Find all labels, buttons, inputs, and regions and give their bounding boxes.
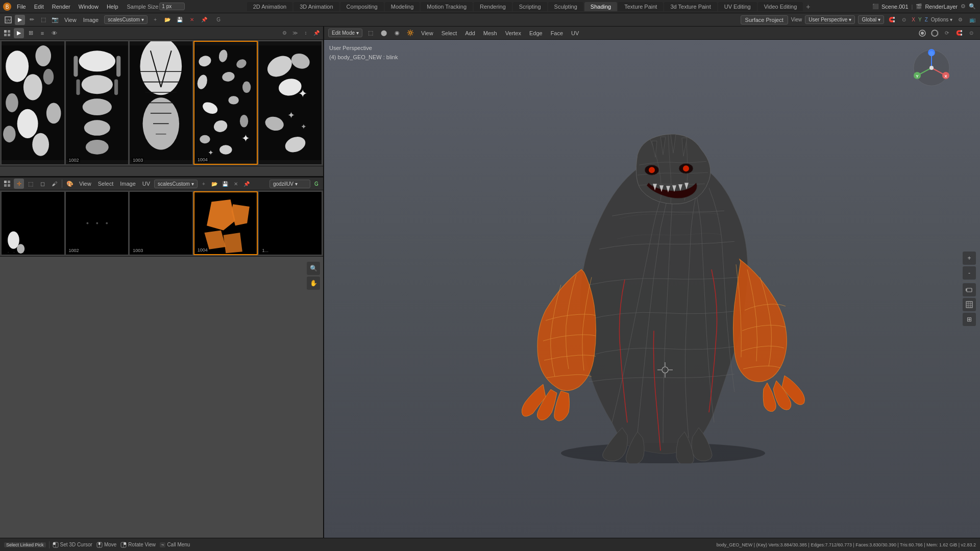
vp-select-menu[interactable]: Select	[439, 29, 460, 37]
vp-view-menu[interactable]: View	[419, 29, 436, 37]
uv-thumb-5[interactable]: ✦ ✦ ✦	[258, 41, 322, 165]
uv-select-icon[interactable]: ⬚	[38, 15, 48, 25]
uv-editor-icon[interactable]	[2, 179, 12, 189]
tab-modeling[interactable]: Modeling	[385, 2, 420, 11]
save-image-btn[interactable]: 💾	[175, 15, 184, 24]
tab-2d-animation[interactable]: 2D Animation	[247, 2, 292, 11]
menu-render[interactable]: Render	[48, 3, 74, 11]
box-select-tool[interactable]: ⬚	[26, 179, 36, 189]
wireframe-shading-btn[interactable]: ⬚	[365, 28, 376, 38]
tab-rendering[interactable]: Rendering	[474, 2, 512, 11]
lasso-tool[interactable]: ◻	[37, 179, 47, 189]
bottom-gamma-btn[interactable]: G	[312, 179, 321, 188]
vp-edge-menu[interactable]: Edge	[527, 29, 545, 37]
bottom-new-btn[interactable]: +	[199, 179, 208, 188]
orthographic-icon[interactable]	[963, 298, 976, 311]
uv-bottom-thumb-3[interactable]: 1003	[129, 191, 193, 255]
uv-thumb-3[interactable]: 1003	[129, 41, 193, 165]
bottom-close-btn[interactable]: ✕	[231, 179, 240, 188]
zoom-in-icon[interactable]: +	[963, 252, 976, 265]
tab-3d-texture-paint[interactable]: 3d Texture Paint	[664, 2, 717, 11]
uv-render-icon[interactable]: 📷	[50, 15, 60, 25]
y-axis-btn[interactable]: Y	[918, 17, 922, 22]
material-shading-btn[interactable]: ◉	[392, 28, 402, 38]
uv-thumb-1[interactable]	[1, 41, 65, 165]
viewport-proportional-icon[interactable]: ⊙	[967, 29, 976, 38]
uv-image-menu[interactable]: Image	[81, 16, 102, 24]
viewport-3d-main[interactable]: User Perspective (4) body_GEO_NEW : blin…	[324, 40, 980, 538]
uv-name-dropdown[interactable]: godzilUV ▾	[270, 180, 310, 188]
bottom-pin-btn[interactable]: 📌	[242, 179, 251, 188]
bottom-uv-menu[interactable]: UV	[140, 180, 153, 188]
uv-bottom-thumb-2[interactable]: 1002	[65, 191, 129, 255]
uv-bottom-thumb-5[interactable]: 1...	[258, 191, 322, 255]
top-panel-filter-icon[interactable]: ≫	[290, 29, 300, 38]
uv-view-icon[interactable]: ▶	[15, 15, 25, 25]
image-name-dropdown-bottom[interactable]: scalesCustom ▾	[154, 180, 198, 188]
local-view-icon[interactable]: ⊞	[963, 313, 976, 326]
vp-face-menu[interactable]: Face	[548, 29, 566, 37]
vp-mesh-menu[interactable]: Mesh	[481, 29, 500, 37]
search-icon[interactable]: 🔍	[969, 3, 976, 10]
bottom-open-btn[interactable]: 📂	[210, 179, 219, 188]
uv-canvas-work-area[interactable]: 🔍 ✋	[0, 257, 323, 538]
sample-size-input[interactable]	[159, 3, 185, 10]
x-axis-btn[interactable]: X	[912, 17, 915, 22]
gamma-btn[interactable]: G	[214, 15, 223, 24]
close-image-btn[interactable]: ✕	[187, 15, 197, 24]
top-panel-settings-icon[interactable]: ⚙	[280, 29, 289, 38]
tab-sculpting[interactable]: Sculpting	[548, 2, 583, 11]
uv-bottom-thumb-1[interactable]: · ·	[1, 191, 65, 255]
top-panel-sort-icon[interactable]: ↕	[301, 29, 310, 38]
top-panel-view-icon[interactable]: 👁	[49, 28, 59, 38]
tab-scripting[interactable]: Scripting	[513, 2, 547, 11]
uv-view-menu[interactable]: View	[62, 16, 79, 24]
z-axis-btn[interactable]: Z	[925, 17, 928, 22]
open-image-btn[interactable]: 📂	[163, 15, 172, 24]
viewport-settings-icon[interactable]: ⚙	[955, 15, 965, 24]
camera-view-icon[interactable]	[963, 283, 976, 296]
viewport-gizmo-icon[interactable]: ⟳	[942, 29, 951, 38]
top-panel-mode-icon[interactable]	[2, 28, 12, 38]
top-panel-pin-icon[interactable]: 📌	[312, 29, 321, 38]
image-name-dropdown-top[interactable]: scalesCustom ▾	[104, 15, 148, 24]
proportional-edit-icon[interactable]: ⊙	[899, 15, 909, 24]
tab-texture-paint[interactable]: Texture Paint	[618, 2, 663, 11]
menu-file[interactable]: File	[13, 3, 30, 11]
menu-window[interactable]: Window	[75, 3, 102, 11]
uv-brush-tool[interactable]: 🖌	[49, 179, 59, 189]
menu-help[interactable]: Help	[103, 3, 122, 11]
tab-uv-editing[interactable]: UV Editing	[718, 2, 757, 11]
vp-uv-menu[interactable]: UV	[569, 29, 581, 37]
viewport-snap-icon[interactable]: 🧲	[954, 29, 964, 38]
viewport-display-icon[interactable]: 📺	[968, 15, 977, 24]
tab-video-editing[interactable]: Video Editing	[758, 2, 803, 11]
tab-compositing[interactable]: Compositing	[340, 2, 384, 11]
uv-image-paint-icon[interactable]: 🎨	[65, 179, 75, 189]
transform-dropdown[interactable]: Global ▾	[858, 15, 884, 24]
viewport-xray-icon[interactable]	[930, 29, 939, 38]
uv-thumb-4[interactable]: ✦ ✦ 1004	[193, 41, 258, 165]
uv-pan-icon[interactable]: ✋	[307, 277, 320, 290]
orientation-dropdown[interactable]: User Perspective ▾	[805, 15, 855, 24]
top-panel-play-icon[interactable]: ▶	[14, 28, 24, 38]
settings-icon[interactable]: ⚙	[961, 3, 966, 10]
options-btn[interactable]: Options ▾	[931, 17, 952, 22]
menu-edit[interactable]: Edit	[31, 3, 47, 11]
new-image-btn[interactable]: +	[151, 15, 160, 24]
uv-mode-icon[interactable]: UV	[3, 15, 13, 25]
uv-zoom-icon[interactable]: 🔍	[307, 262, 320, 275]
tab-3d-animation[interactable]: 3D Animation	[293, 2, 339, 11]
viewport-overlays-icon[interactable]	[918, 29, 927, 38]
snap-icon[interactable]: 🧲	[887, 15, 896, 24]
bottom-select-menu[interactable]: Select	[95, 180, 116, 188]
uv-bottom-thumb-4[interactable]: 1004	[193, 191, 258, 255]
surface-project-button[interactable]: Surface Project	[741, 15, 788, 24]
navigation-gizmo[interactable]: Z X Y	[911, 47, 952, 89]
uv-draw-icon[interactable]: ✏	[27, 15, 37, 25]
vp-add-menu[interactable]: Add	[462, 29, 478, 37]
rendered-shading-btn[interactable]: 🔆	[405, 28, 415, 38]
bottom-image-menu[interactable]: Image	[117, 180, 138, 188]
tab-motion-tracking[interactable]: Motion Tracking	[421, 2, 473, 11]
cursor-tool[interactable]: ✛	[14, 179, 24, 189]
